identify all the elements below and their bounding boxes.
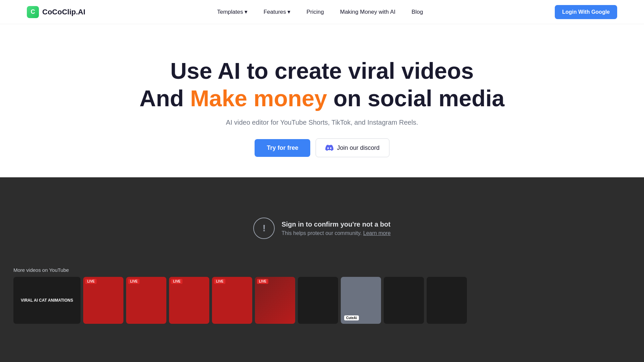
video-section: ! Sign in to confirm you're not a bot Th…: [0, 177, 644, 362]
hero-section: Use AI to create viral videos And Make m…: [0, 24, 644, 177]
sign-in-text-block: Sign in to confirm you're not a bot This…: [281, 221, 390, 236]
live-badge: LIVE: [171, 279, 182, 284]
logo-text: CoCoClip.AI: [42, 8, 85, 16]
sign-in-box: ! Sign in to confirm you're not a bot Th…: [253, 218, 390, 239]
sign-in-title: Sign in to confirm you're not a bot: [281, 221, 390, 228]
hero-buttons: Try for free Join our discord: [13, 138, 631, 157]
thumbnail-5[interactable]: LIVE: [212, 277, 252, 324]
thumbnail-6[interactable]: LIVE: [255, 277, 295, 324]
live-badge: LIVE: [85, 279, 97, 284]
live-badge: LIVE: [257, 279, 268, 284]
sign-in-desc: This helps protect our community. Learn …: [281, 230, 390, 236]
join-discord-button[interactable]: Join our discord: [316, 138, 389, 157]
nav-item-blog[interactable]: Blog: [412, 9, 423, 15]
nav-item-features[interactable]: Features ▾: [264, 8, 290, 15]
try-for-free-button[interactable]: Try for free: [255, 139, 310, 157]
logo-link[interactable]: C CoCoClip.AI: [27, 6, 85, 18]
hero-title-line1: Use AI to create viral videos: [13, 58, 631, 84]
thumbnail-1[interactable]: VIRAL AI CAT ANIMATIONS: [13, 277, 80, 324]
navbar: C CoCoClip.AI Templates ▾ Features ▾ Pri…: [0, 0, 644, 24]
hero-highlight: Make money: [190, 85, 327, 111]
hero-subtitle: AI video editor for YouTube Shorts, TikT…: [13, 119, 631, 126]
chevron-down-icon: ▾: [245, 8, 248, 15]
chevron-down-icon: ▾: [287, 8, 290, 15]
discord-icon: [325, 144, 333, 152]
hero-title-line2: And Make money on social media: [13, 85, 631, 111]
nav-item-templates[interactable]: Templates ▾: [217, 8, 247, 15]
thumbnail-2[interactable]: LIVE: [83, 277, 123, 324]
learn-more-link[interactable]: Learn more: [363, 230, 391, 236]
thumbnail-7[interactable]: [298, 277, 338, 324]
nav-item-making-money[interactable]: Making Money with AI: [340, 9, 395, 15]
video-thumbnails: VIRAL AI CAT ANIMATIONS LIVE LIVE LIVE L…: [13, 277, 631, 324]
nav-links: Templates ▾ Features ▾ Pricing Making Mo…: [217, 8, 423, 15]
thumbnail-10[interactable]: [427, 277, 467, 324]
thumbnail-3[interactable]: LIVE: [126, 277, 166, 324]
more-videos-section: More videos on YouTube VIRAL AI CAT ANIM…: [0, 259, 644, 324]
more-videos-label: More videos on YouTube: [13, 267, 631, 273]
logo-icon: C: [27, 6, 39, 18]
nav-item-pricing[interactable]: Pricing: [307, 9, 324, 15]
live-badge: LIVE: [214, 279, 225, 284]
sign-in-overlay: ! Sign in to confirm you're not a bot Th…: [240, 197, 404, 259]
thumbnail-8[interactable]: CuteAi: [341, 277, 381, 324]
live-badge: LIVE: [128, 279, 140, 284]
cute-ai-badge: CuteAi: [344, 315, 359, 320]
login-button[interactable]: Login With Google: [555, 5, 617, 19]
alert-circle-icon: !: [253, 218, 275, 239]
thumbnail-9[interactable]: [384, 277, 424, 324]
thumbnail-4[interactable]: LIVE: [169, 277, 209, 324]
